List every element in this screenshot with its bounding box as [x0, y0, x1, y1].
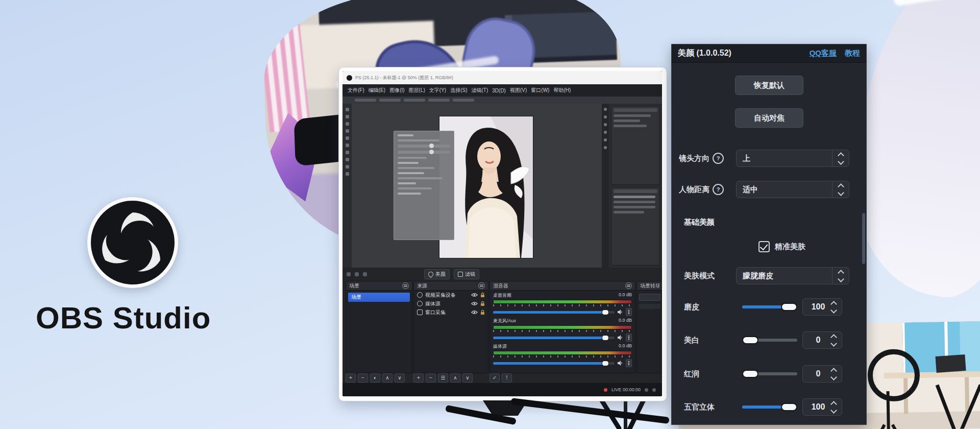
transition-row[interactable] — [639, 304, 660, 309]
source-item[interactable]: 视频采集设备 — [414, 291, 488, 299]
help-icon[interactable]: ? — [713, 184, 724, 195]
panel-icon[interactable] — [604, 138, 607, 141]
lock-icon[interactable] — [480, 309, 485, 315]
scene-item-selected[interactable]: 场景 — [348, 293, 410, 302]
panel-menu-icon[interactable] — [625, 282, 632, 289]
layer-row[interactable] — [614, 206, 655, 208]
speaker-icon[interactable] — [617, 309, 623, 315]
move-scene-up-button[interactable]: ∧ — [382, 373, 393, 383]
panel-slider[interactable] — [398, 151, 450, 154]
auto-focus-button[interactable]: 自动对焦 — [735, 108, 803, 128]
smoothing-slider[interactable] — [742, 303, 797, 311]
menu-file[interactable]: 文件(F) — [348, 87, 364, 94]
channel-options-icon[interactable] — [626, 333, 632, 342]
tool-icon[interactable] — [346, 136, 349, 140]
menu-image[interactable]: 图像(I) — [389, 87, 404, 94]
tool-icon[interactable] — [346, 172, 349, 176]
face-3d-slider[interactable] — [742, 403, 797, 411]
panel-menu-icon[interactable] — [402, 282, 409, 289]
channel-options-icon[interactable] — [626, 308, 632, 316]
source-item[interactable]: 媒体源 — [414, 299, 488, 308]
qq-support-link[interactable]: QQ客服 — [810, 49, 837, 58]
precise-skin-checkbox[interactable] — [758, 241, 770, 252]
panel-menu-icon[interactable] — [478, 282, 485, 289]
move-scene-down-button[interactable]: ∨ — [395, 373, 405, 383]
move-source-up-button[interactable]: ∧ — [450, 373, 460, 383]
tool-icon[interactable] — [346, 122, 349, 126]
scene-filters-button[interactable]: ◐ — [370, 373, 380, 383]
dock-icon[interactable] — [347, 272, 351, 276]
mixer-alert-button[interactable]: ! — [502, 373, 512, 383]
layers-panel[interactable] — [611, 187, 660, 266]
lock-icon[interactable] — [480, 292, 485, 298]
panel-icon[interactable] — [604, 146, 607, 149]
camera-direction-select[interactable]: 上 — [736, 150, 849, 167]
lock-icon[interactable] — [480, 301, 485, 306]
panel-icon[interactable] — [604, 108, 607, 111]
dock-icon[interactable] — [355, 272, 359, 276]
help-icon[interactable]: ? — [713, 153, 724, 164]
eye-icon[interactable] — [471, 310, 478, 315]
remove-scene-button[interactable]: − — [358, 373, 368, 383]
chevron-up-down-icon[interactable] — [832, 181, 849, 198]
photoshop-toolbar[interactable] — [342, 104, 352, 268]
chevron-up-down-icon[interactable] — [832, 268, 849, 284]
restore-default-button[interactable]: 恢复默认 — [735, 76, 803, 95]
volume-slider[interactable] — [493, 362, 615, 365]
adjustments-panel[interactable] — [611, 106, 660, 185]
photoshop-floating-panel[interactable] — [394, 131, 454, 240]
tool-icon[interactable] — [346, 108, 349, 111]
menu-type[interactable]: 文字(Y) — [429, 87, 446, 94]
menu-window[interactable]: 窗口(W) — [531, 87, 549, 94]
tool-icon[interactable] — [346, 151, 349, 154]
rosy-slider[interactable] — [742, 370, 797, 378]
person-distance-select[interactable]: 适中 — [736, 181, 849, 198]
face-3d-value-box[interactable]: 100 — [802, 398, 842, 416]
menu-3d[interactable]: 3D(D) — [492, 88, 506, 93]
panel-icon[interactable] — [604, 131, 607, 134]
volume-slider[interactable] — [493, 311, 615, 314]
panel-icon[interactable] — [604, 123, 607, 126]
layer-row[interactable] — [614, 201, 655, 203]
whitening-slider[interactable] — [742, 336, 797, 344]
eye-icon[interactable] — [471, 293, 478, 297]
filter-chip-button[interactable]: 滤镜 — [454, 269, 479, 279]
eye-icon[interactable] — [471, 301, 478, 306]
layer-row[interactable] — [614, 196, 655, 198]
menu-filter[interactable]: 滤镜(T) — [472, 87, 488, 94]
stepper-icons[interactable] — [827, 400, 840, 414]
volume-slider[interactable] — [493, 337, 615, 339]
transition-select[interactable] — [639, 294, 660, 301]
panel-scrollbar[interactable] — [862, 213, 865, 264]
stepper-icons[interactable] — [827, 333, 840, 347]
smoothing-value-box[interactable]: 100 — [802, 298, 842, 316]
photoshop-titlebar[interactable]: PS (25.1.1) - 未标题-1 @ 50% (图层 1, RGB/8#) — [342, 71, 662, 84]
panel-icon-strip[interactable] — [602, 104, 609, 268]
menu-view[interactable]: 视图(V) — [510, 87, 527, 94]
tutorial-link[interactable]: 教程 — [845, 49, 860, 58]
move-source-down-button[interactable]: ∨ — [462, 373, 473, 383]
panel-slider[interactable] — [398, 145, 450, 148]
stepper-icons[interactable] — [827, 300, 840, 314]
tool-icon[interactable] — [346, 158, 349, 161]
source-properties-button[interactable]: ☰ — [438, 373, 448, 383]
chevron-up-down-icon[interactable] — [832, 150, 849, 166]
menu-layer[interactable]: 图层(L) — [409, 87, 425, 94]
menu-select[interactable]: 选择(S) — [450, 87, 467, 94]
whitening-value-box[interactable]: 0 — [802, 331, 842, 349]
channel-options-icon[interactable] — [626, 359, 632, 367]
menu-edit[interactable]: 编辑(E) — [369, 87, 385, 94]
remove-source-button[interactable]: − — [426, 373, 436, 383]
tool-icon[interactable] — [346, 144, 349, 147]
speaker-icon[interactable] — [617, 335, 623, 341]
mixer-settings-button[interactable]: ✓ — [489, 373, 500, 383]
tool-icon[interactable] — [346, 165, 349, 169]
skin-mode-select[interactable]: 朦胧磨皮 — [736, 267, 849, 284]
stepper-icons[interactable] — [827, 367, 840, 381]
add-source-button[interactable]: + — [413, 373, 424, 383]
layer-row[interactable] — [614, 211, 644, 213]
add-scene-button[interactable]: + — [346, 373, 356, 383]
source-item[interactable]: 窗口采集 — [414, 308, 488, 317]
tool-icon[interactable] — [346, 129, 349, 133]
beauty-chip-button[interactable]: 美颜 — [424, 269, 450, 279]
